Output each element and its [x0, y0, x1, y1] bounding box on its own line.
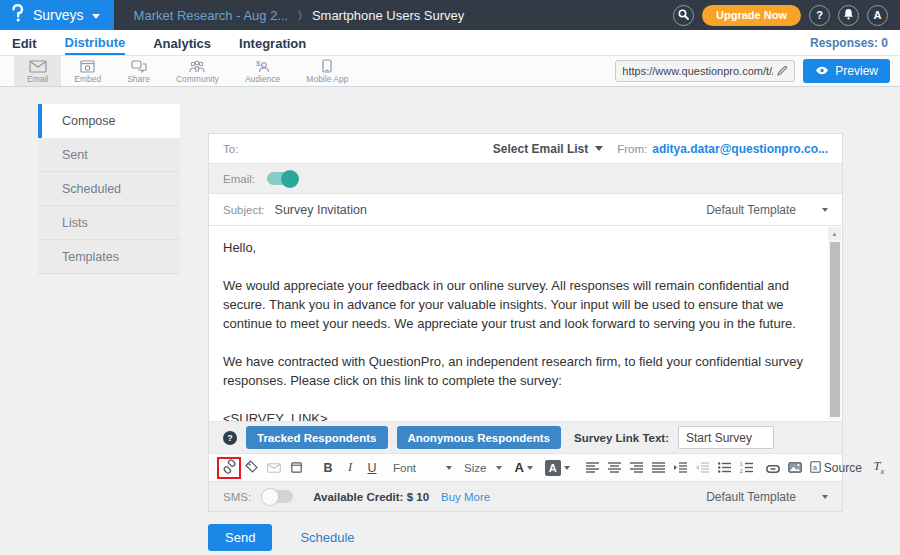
- search-icon: [678, 9, 689, 22]
- preview-button[interactable]: Preview: [803, 59, 890, 83]
- align-right-icon: [630, 459, 643, 477]
- insert-embed-button[interactable]: [285, 457, 307, 479]
- bold-button[interactable]: B: [317, 457, 339, 479]
- sms-toggle[interactable]: [263, 490, 293, 503]
- sidebar-item-compose[interactable]: Compose: [38, 104, 180, 138]
- email-toggle[interactable]: [267, 172, 297, 185]
- email-template-dropdown[interactable]: Default Template: [706, 203, 828, 217]
- align-justify-button[interactable]: [648, 457, 670, 479]
- survey-link-text-label: Survey Link Text:: [574, 432, 669, 444]
- scroll-up-arrow-icon[interactable]: ▲: [828, 227, 841, 240]
- text-color-icon: A: [514, 460, 523, 475]
- tab-analytics[interactable]: Analytics: [153, 32, 211, 54]
- product-switcher-label: Surveys: [33, 7, 84, 23]
- source-button[interactable]: a Source: [810, 457, 862, 479]
- subject-value[interactable]: Survey Invitation: [275, 203, 367, 217]
- size-label: Size: [464, 462, 486, 474]
- align-left-button[interactable]: [582, 457, 604, 479]
- scrollbar-thumb[interactable]: [830, 242, 840, 417]
- bell-icon: [843, 8, 854, 22]
- questionpro-logo-icon: [10, 4, 25, 26]
- channel-tab-community[interactable]: Community: [163, 56, 232, 86]
- main-content: Compose Sent Scheduled Lists Templates T…: [0, 87, 900, 555]
- sidebar-item-lists[interactable]: Lists: [38, 206, 180, 240]
- channel-tab-embed[interactable]: Embed: [61, 56, 114, 86]
- bg-color-button[interactable]: A: [539, 460, 576, 476]
- tab-distribute[interactable]: Distribute: [65, 31, 126, 55]
- tab-edit[interactable]: Edit: [12, 32, 37, 54]
- channel-tab-share[interactable]: Share: [114, 56, 163, 86]
- source-doc-icon: a: [810, 459, 821, 477]
- insert-tag-button[interactable]: [241, 457, 263, 479]
- sidebar-item-templates[interactable]: Templates: [38, 240, 180, 274]
- channel-tab-audience[interactable]: $ Audience: [232, 56, 293, 86]
- indent-increase-button[interactable]: [670, 457, 692, 479]
- sidebar-item-scheduled[interactable]: Scheduled: [38, 172, 180, 206]
- anonymous-respondents-button[interactable]: Anonymous Respondents: [397, 426, 561, 449]
- insert-link-button[interactable]: [762, 457, 784, 479]
- insert-image-button[interactable]: [784, 457, 806, 479]
- select-email-list-dropdown[interactable]: Select Email List: [493, 142, 603, 156]
- brand-area[interactable]: Surveys: [0, 0, 114, 30]
- avatar[interactable]: A: [867, 5, 888, 26]
- top-navbar: Surveys Market Research - Aug 2... 〉 Sma…: [0, 0, 900, 30]
- survey-nav: Edit Distribute Analytics Integration Re…: [0, 30, 900, 56]
- tab-integration[interactable]: Integration: [239, 32, 306, 54]
- buy-more-link[interactable]: Buy More: [441, 491, 490, 503]
- insert-email-template-button[interactable]: [263, 457, 285, 479]
- email-body-text[interactable]: Hello,We would appreciate your feedback …: [209, 226, 842, 422]
- channel-tab-mobile-app[interactable]: Mobile App: [293, 56, 361, 86]
- tag-icon: [245, 459, 259, 477]
- sms-template-label: Default Template: [706, 490, 796, 504]
- send-button[interactable]: Send: [208, 524, 272, 551]
- indent-decrease-button[interactable]: [692, 457, 714, 479]
- notifications-button[interactable]: [838, 5, 859, 26]
- align-right-button[interactable]: [626, 457, 648, 479]
- survey-url-box: [615, 60, 795, 82]
- small-window-icon: [291, 459, 302, 477]
- toggle-knob: [281, 170, 299, 188]
- bullet-list-button[interactable]: [714, 457, 736, 479]
- mobile-phone-icon: [322, 59, 332, 73]
- sidebar-item-sent[interactable]: Sent: [38, 138, 180, 172]
- survey-url-input[interactable]: [622, 65, 773, 77]
- font-family-dropdown[interactable]: Font: [387, 462, 458, 474]
- upgrade-now-button[interactable]: Upgrade Now: [702, 5, 801, 26]
- chevron-down-icon: [496, 466, 502, 470]
- italic-button[interactable]: I: [339, 457, 361, 479]
- remove-format-button[interactable]: Tx: [868, 457, 890, 479]
- responses-count[interactable]: Responses: 0: [810, 36, 888, 50]
- email-toggle-row: Email:: [209, 164, 842, 194]
- survey-link-text-input[interactable]: [678, 426, 774, 449]
- chevron-down-icon: [92, 14, 100, 19]
- body-scrollbar[interactable]: ▲: [828, 227, 841, 420]
- chevron-down-icon: [595, 146, 603, 151]
- breadcrumb-folder[interactable]: Market Research - Aug 2...: [134, 8, 289, 23]
- email-body-editor[interactable]: Hello,We would appreciate your feedback …: [209, 226, 842, 422]
- underline-button[interactable]: U: [361, 457, 383, 479]
- select-email-list-label: Select Email List: [493, 142, 588, 156]
- breadcrumb-survey-name: Smartphone Users Survey: [312, 8, 464, 23]
- avatar-initial: A: [874, 9, 882, 21]
- help-button[interactable]: ?: [809, 5, 830, 26]
- search-button[interactable]: [673, 5, 694, 26]
- link-icon: [766, 459, 780, 477]
- from-email-value[interactable]: aditya.datar@questionpro.co...: [652, 142, 828, 156]
- channel-tab-email[interactable]: Email: [14, 56, 61, 86]
- insert-survey-link-button[interactable]: [217, 457, 241, 479]
- indent-increase-icon: [674, 459, 687, 477]
- font-size-dropdown[interactable]: Size: [458, 462, 508, 474]
- text-color-button[interactable]: A: [508, 460, 538, 475]
- question-mark-icon: ?: [816, 9, 823, 21]
- respondents-help-icon[interactable]: ?: [223, 431, 237, 445]
- numbered-list-button[interactable]: 12: [736, 457, 758, 479]
- align-center-button[interactable]: [604, 457, 626, 479]
- align-justify-icon: [652, 459, 665, 477]
- sms-template-dropdown[interactable]: Default Template: [706, 490, 828, 504]
- audience-dollar-icon: $: [254, 60, 271, 73]
- pencil-edit-icon[interactable]: [777, 62, 788, 80]
- preview-label: Preview: [835, 64, 878, 78]
- schedule-link[interactable]: Schedule: [300, 530, 354, 545]
- toggle-knob: [261, 488, 279, 506]
- tracked-respondents-button[interactable]: Tracked Respondents: [246, 426, 388, 449]
